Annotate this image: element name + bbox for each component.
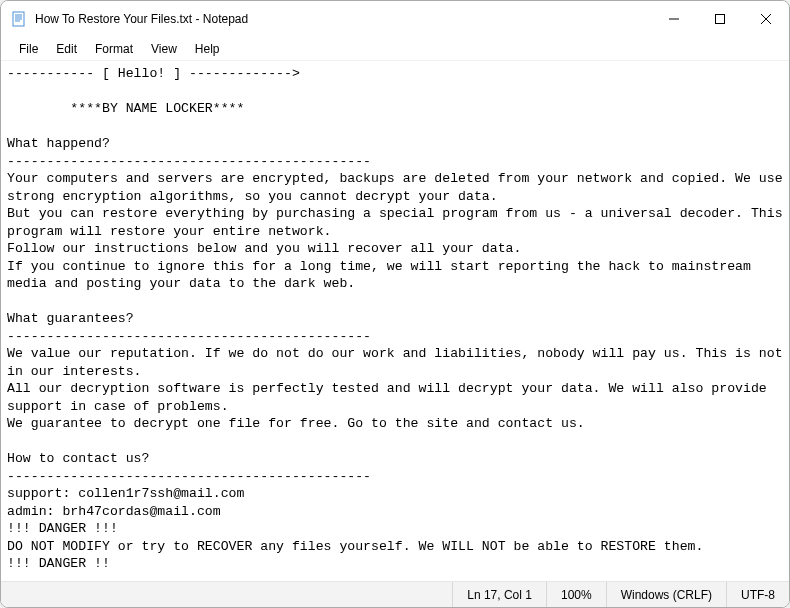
menubar: File Edit Format View Help bbox=[1, 37, 789, 61]
status-lineending: Windows (CRLF) bbox=[606, 582, 726, 607]
close-button[interactable] bbox=[743, 1, 789, 37]
maximize-button[interactable] bbox=[697, 1, 743, 37]
text-editor[interactable]: ----------- [ Hello! ] -------------> **… bbox=[1, 61, 789, 581]
menu-edit[interactable]: Edit bbox=[48, 39, 85, 59]
status-encoding: UTF-8 bbox=[726, 582, 789, 607]
status-position: Ln 17, Col 1 bbox=[452, 582, 546, 607]
menu-help[interactable]: Help bbox=[187, 39, 228, 59]
menu-file[interactable]: File bbox=[11, 39, 46, 59]
window-controls bbox=[651, 1, 789, 37]
statusbar: Ln 17, Col 1 100% Windows (CRLF) UTF-8 bbox=[1, 581, 789, 607]
titlebar: How To Restore Your Files.txt - Notepad bbox=[1, 1, 789, 37]
notepad-icon bbox=[11, 11, 27, 27]
window-title: How To Restore Your Files.txt - Notepad bbox=[35, 12, 651, 26]
notepad-window: How To Restore Your Files.txt - Notepad … bbox=[0, 0, 790, 608]
menu-format[interactable]: Format bbox=[87, 39, 141, 59]
svg-rect-6 bbox=[716, 15, 725, 24]
minimize-button[interactable] bbox=[651, 1, 697, 37]
menu-view[interactable]: View bbox=[143, 39, 185, 59]
status-zoom: 100% bbox=[546, 582, 606, 607]
